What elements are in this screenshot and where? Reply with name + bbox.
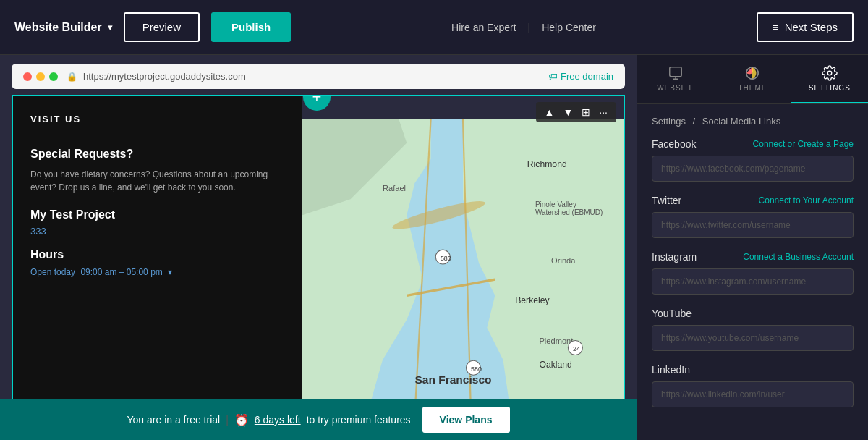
open-hours[interactable]: 09:00 am – 05:00 pm [80, 267, 162, 277]
breadcrumb: Settings / Social Media Links [652, 116, 854, 127]
bottom-trial-bar: You are in a free trial | ⏰ 6 days left … [0, 399, 637, 440]
hours-chevron-icon: ▾ [168, 267, 172, 277]
linkedin-section: LinkedIn [652, 364, 854, 407]
twitter-action-link[interactable]: Connect to Your Account [759, 195, 854, 206]
website-tab[interactable]: WEBSITE [637, 55, 714, 103]
svg-text:24: 24 [573, 345, 580, 352]
svg-text:Rafael: Rafael [383, 184, 406, 192]
brand-label: Website Builder [14, 21, 102, 34]
next-steps-button[interactable]: ≡ Next Steps [757, 12, 854, 42]
map-up-button[interactable]: ▲ [542, 105, 558, 119]
facebook-label: Facebook [652, 138, 696, 150]
twitter-input[interactable] [652, 212, 854, 238]
breadcrumb-settings[interactable]: Settings [652, 116, 686, 127]
help-center-link[interactable]: Help Center [542, 22, 596, 33]
theme-tab-label: THEME [738, 84, 767, 92]
website-icon [668, 65, 684, 81]
chevron-down-icon: ▾ [108, 22, 112, 33]
settings-icon [822, 65, 838, 81]
settings-tab[interactable]: SETTINGS [791, 55, 868, 103]
suffix-text: to try premium features [307, 414, 411, 426]
separator: | [528, 22, 531, 33]
browser-dots [23, 72, 58, 81]
view-plans-button[interactable]: View Plans [422, 407, 510, 433]
svg-text:Piedmont: Piedmont [539, 337, 573, 345]
free-domain-link[interactable]: 🏷 Free domain [548, 71, 613, 82]
settings-content: Settings / Social Media Links Facebook C… [637, 104, 868, 440]
trial-text: You are in a free trial | ⏰ 6 days left … [127, 413, 411, 427]
svg-text:580: 580 [471, 365, 482, 373]
hire-expert-link[interactable]: Hire an Expert [451, 22, 516, 33]
instagram-input[interactable] [652, 268, 854, 295]
svg-text:Berkeley: Berkeley [515, 295, 550, 305]
days-left-link[interactable]: 6 days left [255, 414, 301, 426]
instagram-row: Instagram Connect a Business Account [652, 251, 854, 263]
project-number[interactable]: 333 [30, 226, 285, 237]
website-tab-label: WEBSITE [657, 84, 694, 92]
map-grid-button[interactable]: ⊞ [579, 105, 593, 119]
visit-us-heading: VISIT US [30, 114, 285, 124]
special-requests-title: Special Requests? [30, 148, 285, 161]
url-text: https://mytestproject.godaddysites.com [83, 71, 246, 82]
instagram-section: Instagram Connect a Business Account [652, 251, 854, 295]
map-toolbar: ▲ ▼ ⊞ ··· [536, 102, 616, 122]
dot-green [49, 72, 58, 81]
project-name: My Test Project [30, 208, 285, 221]
linkedin-row: LinkedIn [652, 364, 854, 376]
breadcrumb-separator: / [693, 116, 698, 127]
special-requests-body: Do you have dietary concerns? Questions … [30, 168, 285, 194]
list-icon: ≡ [773, 21, 779, 33]
top-bar: Website Builder ▾ Preview Publish Hire a… [0, 0, 868, 55]
twitter-section: Twitter Connect to Your Account [652, 195, 854, 238]
preview-button[interactable]: Preview [124, 12, 200, 42]
svg-text:Orinda: Orinda [551, 256, 576, 265]
facebook-input[interactable] [652, 156, 854, 182]
svg-text:580: 580 [441, 255, 451, 262]
next-steps-label: Next Steps [785, 21, 838, 33]
youtube-input[interactable] [652, 325, 854, 351]
free-trial-label: You are in a free trial [127, 414, 221, 426]
settings-tab-label: SETTINGS [809, 84, 851, 92]
youtube-label: YouTube [652, 308, 692, 319]
instagram-label: Instagram [652, 251, 697, 263]
browser-bar: 🔒 https://mytestproject.godaddysites.com… [12, 64, 625, 89]
panel-icon-tabs: WEBSITE THEME SETTINGS [637, 55, 868, 104]
tag-icon: 🏷 [548, 71, 561, 82]
facebook-section: Facebook Connect or Create a Page [652, 138, 854, 182]
bar-separator: | [226, 414, 229, 426]
map-more-button[interactable]: ··· [596, 105, 610, 119]
linkedin-input[interactable] [652, 381, 854, 407]
brand-logo[interactable]: Website Builder ▾ [14, 21, 112, 34]
map-svg: Richmond Pinole Valley Watershed (EBMUD)… [302, 96, 624, 439]
youtube-section: YouTube [652, 308, 854, 351]
browser-url: 🔒 https://mytestproject.godaddysites.com [67, 71, 540, 82]
theme-tab[interactable]: THEME [714, 55, 791, 103]
website-content: + VISIT US Special Requests? Do you have… [12, 95, 625, 440]
lock-icon: 🔒 [67, 72, 77, 82]
linkedin-label: LinkedIn [652, 364, 690, 376]
svg-point-29 [827, 71, 832, 75]
dot-red [23, 72, 32, 81]
clock-icon: ⏰ [234, 413, 249, 427]
twitter-row: Twitter Connect to Your Account [652, 195, 854, 206]
svg-text:Watershed (EBMUD): Watershed (EBMUD) [535, 208, 603, 216]
breadcrumb-page: Social Media Links [702, 116, 780, 127]
youtube-row: YouTube [652, 308, 854, 319]
svg-text:Oakland: Oakland [539, 360, 571, 370]
settings-panel: WEBSITE THEME SETTINGS [637, 55, 868, 440]
dot-yellow [36, 72, 45, 81]
site-map: Richmond Pinole Valley Watershed (EBMUD)… [302, 96, 624, 439]
canvas-area: 🔒 https://mytestproject.godaddysites.com… [0, 55, 637, 440]
top-bar-center: Hire an Expert | Help Center [302, 22, 745, 33]
svg-rect-26 [670, 67, 682, 77]
main-area: 🔒 https://mytestproject.godaddysites.com… [0, 55, 868, 440]
publish-button[interactable]: Publish [211, 12, 291, 42]
facebook-row: Facebook Connect or Create a Page [652, 138, 854, 150]
svg-text:San Francisco: San Francisco [414, 373, 491, 386]
special-requests-section: Special Requests? Do you have dietary co… [30, 148, 285, 194]
instagram-action-link[interactable]: Connect a Business Account [743, 252, 854, 262]
open-today-label: Open today [30, 267, 75, 277]
facebook-action-link[interactable]: Connect or Create a Page [753, 139, 854, 149]
map-down-button[interactable]: ▼ [560, 105, 576, 119]
open-today: Open today 09:00 am – 05:00 pm ▾ [30, 267, 285, 277]
